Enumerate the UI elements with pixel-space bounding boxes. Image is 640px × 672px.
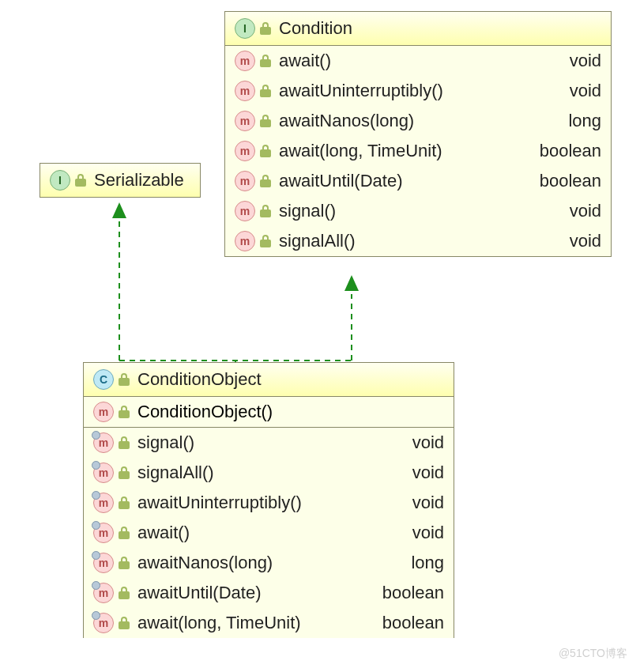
method-name: await(long, TimeUnit) [279,141,532,161]
method-return: long [560,111,601,131]
method-row: m signal() void [225,196,611,226]
method-name: signal() [137,432,405,453]
method-row: m awaitNanos(long) long [225,106,611,136]
method-return: void [562,51,601,71]
method-row: m signal() void [84,428,454,458]
lock-icon [260,22,271,35]
constructor-name: ConditionObject() [137,402,273,422]
method-return: long [403,553,444,573]
class-serializable: I Serializable [40,163,201,198]
method-name: awaitUninterruptibly() [137,493,405,513]
lock-icon [119,373,130,386]
method-return: void [405,493,444,513]
lock-icon [260,55,271,67]
method-return: void [405,523,444,543]
method-row: m awaitUninterruptibly() void [225,76,611,106]
method-override-icon: m [93,583,114,603]
method-name: awaitNanos(long) [279,111,560,131]
method-name: signalAll() [279,231,562,251]
method-override-icon: m [93,523,114,543]
lock-icon [119,617,130,629]
lock-icon [119,527,130,539]
method-icon: m [235,141,255,161]
lock-icon [119,496,130,509]
method-override-icon: m [93,553,114,573]
method-name: await() [137,523,405,543]
interface-icon: I [235,18,255,39]
class-name: Condition [279,18,352,39]
class-name: Serializable [94,170,184,191]
method-override-icon: m [93,462,114,483]
lock-icon [119,587,130,599]
lock-icon [260,115,271,127]
method-name: await() [279,51,562,71]
method-return: void [562,81,601,101]
method-override-icon: m [93,493,114,513]
method-row: m awaitUntil(Date) boolean [225,166,611,196]
constructor-row: m ConditionObject() [84,397,454,428]
lock-icon [75,174,86,187]
lock-icon [119,557,130,569]
lock-icon [260,145,271,157]
method-return: boolean [375,583,444,603]
method-name: await(long, TimeUnit) [137,613,375,633]
lock-icon [119,436,130,449]
svg-marker-0 [112,202,126,218]
method-row: m signalAll() void [84,458,454,488]
method-override-icon: m [93,432,114,453]
lock-icon [260,205,271,217]
method-return: void [405,462,444,483]
method-name: awaitUntil(Date) [279,171,532,191]
class-header: I Condition [225,12,611,46]
lock-icon [119,406,130,418]
class-header: I Serializable [40,164,200,197]
method-row: m await() void [84,518,454,548]
method-icon: m [235,111,255,131]
method-return: void [405,432,444,453]
method-name: awaitUninterruptibly() [279,81,562,101]
method-icon: m [235,171,255,191]
method-override-icon: m [93,613,114,633]
method-name: awaitNanos(long) [137,553,403,573]
method-row: m await(long, TimeUnit) boolean [84,608,454,638]
method-icon: m [93,402,114,422]
method-row: m awaitNanos(long) long [84,548,454,578]
svg-marker-1 [344,275,359,291]
watermark: @51CTO博客 [559,647,627,661]
method-name: awaitUntil(Date) [137,583,375,603]
method-icon: m [235,231,255,251]
method-return: boolean [375,613,444,633]
method-name: signal() [279,201,562,221]
class-header: C ConditionObject [84,363,454,397]
method-row: m await() void [225,46,611,76]
lock-icon [260,85,271,97]
method-row: m awaitUntil(Date) boolean [84,578,454,608]
class-icon: C [93,369,114,390]
interface-icon: I [50,170,70,191]
lock-icon [260,175,271,187]
method-icon: m [235,201,255,221]
method-return: boolean [532,141,601,161]
method-icon: m [235,51,255,71]
method-row: m awaitUninterruptibly() void [84,488,454,518]
lock-icon [260,235,271,247]
method-row: m await(long, TimeUnit) boolean [225,136,611,166]
lock-icon [119,466,130,479]
method-row: m signalAll() void [225,226,611,256]
method-return: void [562,231,601,251]
method-name: signalAll() [137,462,405,483]
method-return: boolean [532,171,601,191]
class-conditionobject: C ConditionObject m ConditionObject() m … [83,362,454,638]
class-condition: I Condition m await() void m awaitUninte… [224,11,612,257]
class-name: ConditionObject [137,369,262,390]
method-icon: m [235,81,255,101]
method-return: void [562,201,601,221]
